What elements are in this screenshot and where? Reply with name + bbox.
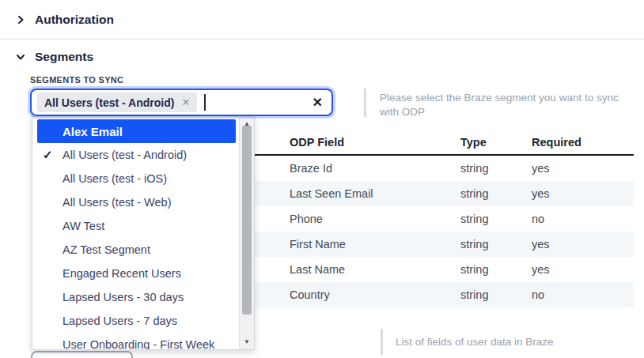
column-header-odp-field: ODP Field: [290, 136, 460, 149]
clear-selection-icon[interactable]: ✕: [313, 96, 323, 109]
scrollbar-down-arrow-icon[interactable]: ▼: [240, 337, 254, 348]
cell-type: string: [460, 162, 532, 175]
dropdown-option-label: All Users (test - iOS): [63, 172, 167, 185]
cell-type: string: [460, 213, 532, 225]
section-title-segments: Segments: [35, 50, 93, 64]
segments-dropdown: ✓ Alex Email ✓ All Users (test - Android…: [32, 116, 255, 350]
check-icon: ✓: [43, 148, 53, 162]
segments-option-list: ✓ Alex Email ✓ All Users (test - Android…: [32, 117, 239, 350]
cell-odp-field: Braze Id: [290, 162, 460, 175]
cell-required: no: [532, 288, 634, 301]
cell-odp-field: Last Name: [290, 263, 460, 276]
dropdown-option-label: All Users (test - Android): [63, 149, 187, 161]
cell-odp-field: Country: [290, 288, 460, 301]
cell-type: string: [460, 288, 532, 301]
dropdown-option[interactable]: ✓ Alex Email: [37, 119, 236, 143]
dropdown-option-label: AW Test: [63, 220, 104, 232]
dropdown-scrollbar[interactable]: ▲ ▼: [239, 117, 254, 349]
column-header-required: Required: [532, 136, 634, 149]
cell-odp-field: First Name: [290, 238, 460, 251]
cell-odp-field: Phone: [290, 213, 460, 225]
dropdown-option-label: Alex Email: [63, 125, 123, 138]
section-divider: [0, 39, 644, 40]
segment-help-text: Please select the Braze segment you want…: [366, 89, 627, 119]
table-row: Last Seen Email string yes: [245, 181, 634, 206]
dropdown-option[interactable]: ✓ AZ Test Segment: [32, 238, 239, 262]
table-row: Country string no: [245, 282, 634, 307]
section-title-authorization: Authorization: [35, 13, 114, 27]
dropdown-option-label: Lapsed Users - 30 days: [63, 291, 184, 303]
cell-type: string: [460, 263, 532, 276]
text-cursor: [204, 94, 206, 111]
cell-odp-field: Last Seen Email: [290, 187, 460, 200]
chevron-down-icon: [14, 51, 27, 63]
dropdown-option[interactable]: ✓ Lapsed Users - 30 days: [32, 285, 239, 309]
partially-hidden-button[interactable]: [31, 351, 133, 358]
segments-to-sync-label: SEGMENTS TO SYNC: [30, 75, 123, 85]
fields-help-block: List of fields of user data in Braze: [381, 329, 634, 355]
dropdown-option[interactable]: ✓ Lapsed Users - 7 days: [32, 309, 239, 333]
table-body: Braze Id string yes Last Seen Email stri…: [245, 156, 634, 307]
cell-required: yes: [532, 187, 634, 200]
odp-fields-table: ODP Field Type Required Braze Id string …: [245, 130, 634, 307]
scrollbar-thumb[interactable]: [242, 126, 252, 315]
dropdown-option[interactable]: ✓ All Users (test - Web): [32, 190, 239, 214]
segment-help-block: Please select the Braze segment you want…: [364, 89, 633, 119]
selected-segment-tag: All Users (test - Android) ✕: [37, 92, 197, 112]
dropdown-option-label: Lapsed Users - 7 days: [63, 315, 177, 327]
fields-help-text: List of fields of user data in Braze: [383, 329, 554, 355]
segments-multiselect-input[interactable]: All Users (test - Android) ✕ ✕: [30, 89, 333, 116]
table-row: Last Name string yes: [245, 257, 634, 282]
dropdown-option[interactable]: ✓ Engaged Recent Users: [32, 262, 239, 285]
accordion-authorization[interactable]: Authorization: [14, 13, 114, 27]
dropdown-option-label: All Users (test - Web): [63, 196, 172, 209]
dropdown-option[interactable]: ✓ AW Test: [32, 214, 239, 238]
remove-tag-icon[interactable]: ✕: [181, 97, 190, 107]
cell-required: yes: [532, 238, 634, 251]
dropdown-option[interactable]: ✓ User Onboarding - First Week: [32, 333, 239, 350]
selected-segment-tag-label: All Users (test - Android): [44, 96, 174, 109]
dropdown-option-label: AZ Test Segment: [63, 243, 150, 256]
dropdown-option-label: Engaged Recent Users: [63, 267, 181, 280]
chevron-right-icon: [14, 13, 27, 26]
dropdown-option-label: User Onboarding - First Week: [63, 338, 214, 350]
dropdown-option[interactable]: ✓ All Users (test - iOS): [32, 167, 239, 190]
settings-panel: Authorization Segments SEGMENTS TO SYNC …: [0, 0, 644, 358]
cell-required: yes: [532, 263, 634, 276]
cell-required: yes: [532, 162, 634, 175]
cell-type: string: [460, 187, 532, 200]
column-header-type: Type: [460, 136, 532, 149]
cell-required: no: [532, 213, 634, 225]
table-row: First Name string yes: [245, 232, 634, 257]
table-row: Phone string no: [245, 206, 634, 232]
cell-type: string: [460, 238, 532, 251]
dropdown-option[interactable]: ✓ All Users (test - Android): [32, 143, 239, 167]
table-header-row: ODP Field Type Required: [245, 130, 634, 156]
accordion-segments[interactable]: Segments: [14, 50, 93, 64]
table-row: Braze Id string yes: [245, 156, 634, 181]
